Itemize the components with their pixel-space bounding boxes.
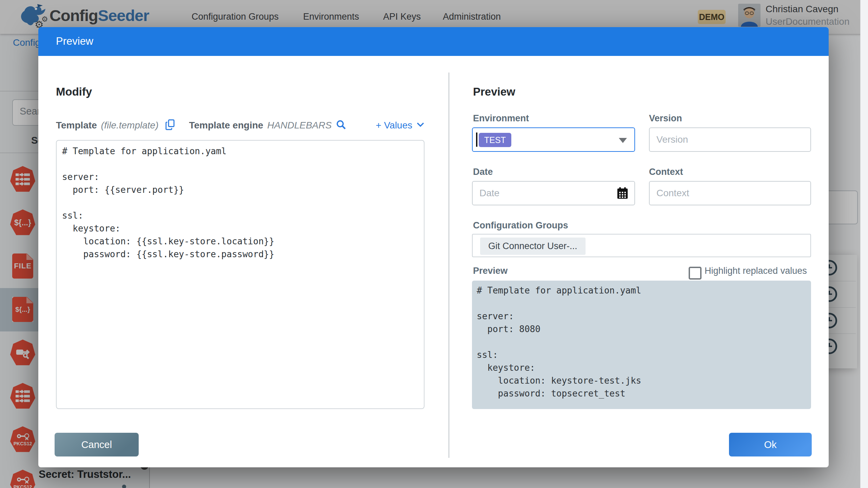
copy-icon[interactable] [165,119,175,131]
date-label: Date [473,167,493,177]
dialog-titlebar [38,27,829,56]
highlight-checkbox[interactable] [689,267,702,280]
template-editor[interactable]: # Template for application.yaml server: … [56,140,425,409]
version-input[interactable] [649,127,811,152]
preview-dialog: Preview Modify Template (file.template) … [38,27,829,467]
dropdown-caret-icon[interactable] [619,138,627,143]
environment-select[interactable]: TEST [472,127,635,152]
preview-code: # Template for application.yaml server: … [472,281,811,403]
environment-label: Environment [473,113,529,124]
template-toolbar: Template (file.template) Template engine… [56,119,425,131]
scrollbar-track[interactable] [860,0,868,488]
chevron-down-icon[interactable] [416,122,425,129]
values-toggle[interactable]: + Values [376,120,412,131]
template-label: Template [56,120,97,131]
template-code[interactable]: # Template for application.yaml server: … [57,141,424,265]
preview-heading: Preview [473,85,515,98]
cancel-button[interactable]: Cancel [55,433,139,456]
template-engine-value: HANDLEBARS [267,120,332,131]
context-label: Context [649,167,683,177]
configuration-groups-label: Configuration Groups [473,220,568,231]
search-icon[interactable] [336,119,347,131]
preview-output-label: Preview [473,266,508,276]
context-input[interactable] [649,181,811,205]
app-screen: ⚙ ⚙ ConfigSeeder Configuration Groups En… [0,0,868,488]
template-engine-label: Template engine [189,120,263,131]
environment-chip[interactable]: TEST [479,133,511,147]
text-cursor [476,133,477,147]
modify-heading: Modify [56,85,92,98]
version-label: Version [649,113,682,124]
date-input[interactable] [472,181,635,205]
calendar-icon[interactable] [617,187,628,201]
configuration-groups-field[interactable]: Git Connector User-... [472,234,811,257]
configuration-group-chip[interactable]: Git Connector User-... [480,238,586,255]
template-filename: (file.template) [101,120,159,131]
ok-button[interactable]: Ok [729,433,812,456]
highlight-checkbox-label[interactable]: Highlight replaced values [705,266,807,276]
dialog-title: Preview [56,35,93,47]
column-divider [449,73,449,458]
preview-output: # Template for application.yaml server: … [472,281,811,409]
